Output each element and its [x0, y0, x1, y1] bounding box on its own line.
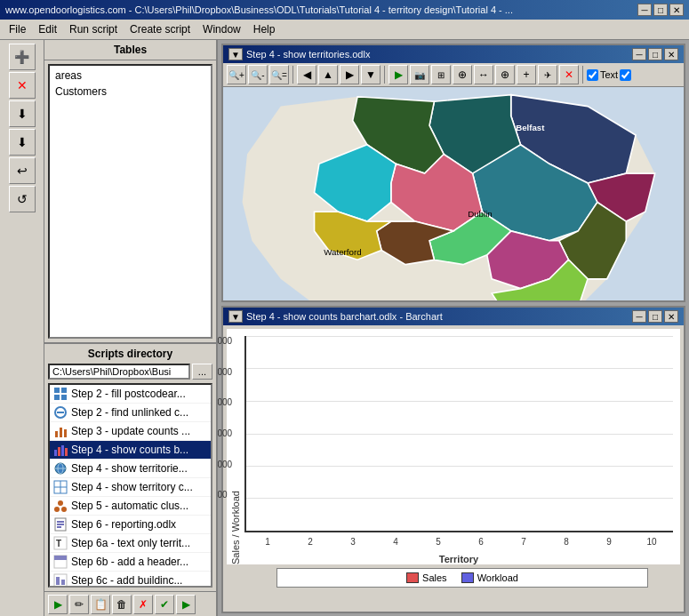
script-item-4[interactable]: Step 4 - show counts b...: [50, 441, 211, 460]
map-left-button[interactable]: ◀: [297, 65, 316, 84]
chart-legend: Sales Workload: [276, 568, 648, 588]
map-screenshot-button[interactable]: 📷: [410, 65, 429, 84]
play-button2[interactable]: ▶: [176, 595, 196, 614]
table-item-customers[interactable]: Customers: [52, 84, 209, 100]
script-label-3: Step 3 - update counts ...: [71, 425, 190, 437]
map-extra-checkbox[interactable]: [620, 69, 631, 81]
map-up-button[interactable]: ▲: [318, 65, 338, 84]
bottom-toolbar: ▶ ✏ 📋 🗑 ✗ ✔ ▶: [44, 591, 216, 616]
map-zoom-fit-button[interactable]: 🔍=: [269, 65, 289, 84]
script-item-9[interactable]: T Step 6a - text only territ...: [50, 534, 211, 553]
script-item-3[interactable]: Step 3 - update counts ...: [50, 422, 211, 441]
chart-minimize-button[interactable]: ─: [632, 310, 646, 323]
map-close-button[interactable]: ✕: [664, 48, 678, 60]
script-item-11[interactable]: Step 6c - add buildinc...: [50, 572, 211, 588]
download2-button[interactable]: ⬇: [9, 129, 36, 156]
map-svg: Belfast Dublin Waterford St...: [223, 87, 684, 300]
undo-button[interactable]: ↩: [9, 157, 36, 184]
map-dropdown-button[interactable]: ▼: [228, 48, 243, 60]
map-nav-button[interactable]: ✈: [538, 65, 557, 84]
script-item-1[interactable]: Step 2 - fill postcodeаr...: [50, 385, 211, 404]
map-minimize-button[interactable]: ─: [632, 48, 646, 60]
menu-help[interactable]: Help: [248, 21, 281, 37]
map-add-button[interactable]: ⊕: [453, 65, 472, 84]
scripts-dir-row: ...: [48, 364, 212, 380]
map-resize-button[interactable]: ↔: [474, 65, 493, 84]
scripts-dir-input[interactable]: [48, 364, 190, 380]
script-label-6: Step 4 - show territory c...: [71, 481, 193, 493]
delete-script-button[interactable]: 🗑: [112, 595, 132, 614]
table-item-areas[interactable]: areas: [52, 68, 209, 84]
menu-edit[interactable]: Edit: [33, 21, 62, 37]
x-label-2: 2: [289, 537, 332, 547]
minimize-button[interactable]: ─: [637, 4, 652, 16]
map-play-button[interactable]: ▶: [389, 65, 408, 84]
menu-window[interactable]: Window: [197, 21, 246, 37]
script-item-5[interactable]: Step 4 - show territorie...: [50, 460, 211, 478]
cancel-button[interactable]: ✗: [133, 595, 153, 614]
map-maximize-button[interactable]: □: [648, 48, 662, 60]
link-icon: [53, 405, 68, 420]
bar-icon: [53, 443, 68, 457]
svg-rect-0: [54, 388, 60, 393]
report-icon: [53, 517, 68, 532]
chart-dropdown-button[interactable]: ▼: [228, 310, 243, 323]
svg-text:Waterford: Waterford: [324, 247, 361, 257]
script-item-2[interactable]: Step 2 - find unlinked c...: [50, 404, 211, 422]
map-right-button[interactable]: ▶: [340, 65, 359, 84]
redo-button[interactable]: ↺: [9, 186, 36, 212]
svg-rect-6: [55, 431, 58, 437]
run-button[interactable]: ▶: [48, 595, 68, 614]
stop2-button[interactable]: 📋: [91, 595, 110, 614]
chart-window-buttons[interactable]: ─ □ ✕: [632, 310, 678, 323]
chart-icon: [53, 424, 68, 438]
chart-maximize-button[interactable]: □: [648, 310, 662, 323]
script-item-6[interactable]: Step 4 - show territory c...: [50, 478, 211, 497]
x-axis-labels: 12345678910: [246, 537, 673, 547]
map-target-button[interactable]: ⊕: [495, 65, 515, 84]
browse-button[interactable]: ...: [192, 364, 212, 380]
script-label-7: Step 5 - automatic clus...: [71, 500, 188, 512]
map-zoom-in-button[interactable]: 🔍+: [227, 65, 246, 84]
map-window-buttons[interactable]: ─ □ ✕: [632, 48, 678, 60]
svg-rect-12: [65, 448, 68, 456]
map-remove-button[interactable]: ✕: [559, 65, 579, 84]
map-window-titlebar: ▼ Step 4 - show territories.odlx ─ □ ✕: [223, 45, 684, 63]
text-label: Text: [600, 69, 618, 80]
script-item-10[interactable]: Step 6b - add a header...: [50, 553, 211, 572]
map-grid-button[interactable]: ⊞: [431, 65, 451, 84]
map-down-button[interactable]: ▼: [361, 65, 381, 84]
title-bar-buttons[interactable]: ─ □ ✕: [637, 4, 684, 16]
menu-run-script[interactable]: Run script: [64, 21, 123, 37]
menu-file[interactable]: File: [4, 21, 31, 37]
download-button[interactable]: ⬇: [9, 100, 36, 127]
legend-sales-color: [406, 572, 419, 583]
delete-button[interactable]: ✕: [9, 72, 36, 99]
x-label-7: 7: [502, 537, 545, 547]
chart-bars-container: [246, 336, 673, 531]
maximize-button[interactable]: □: [653, 4, 668, 16]
chart-window-titlebar: ▼ Step 4 - show counts barchart.odlx - B…: [223, 308, 684, 325]
text-checkbox[interactable]: [587, 69, 598, 81]
stop-button[interactable]: ✏: [69, 595, 89, 614]
globe-icon: [53, 461, 68, 476]
left-panel: Tables areas Customers Scripts directory…: [44, 40, 218, 616]
svg-rect-31: [56, 577, 60, 585]
chart-close-button[interactable]: ✕: [664, 310, 678, 323]
y-label-0: 0: [218, 521, 232, 531]
ok-button[interactable]: ✔: [155, 595, 174, 614]
map-zoom-out-button[interactable]: 🔍-: [248, 65, 268, 84]
y-label-50k: 50,000: [218, 490, 232, 500]
script-item-7[interactable]: Step 5 - automatic clus...: [50, 497, 211, 516]
cluster-icon: [53, 499, 68, 513]
add-button[interactable]: ➕: [9, 44, 36, 70]
menu-create-script[interactable]: Create script: [124, 21, 196, 37]
legend-workload-label: Workload: [477, 572, 518, 583]
chart-x-title: Territory: [244, 554, 673, 564]
close-button[interactable]: ✕: [669, 4, 684, 16]
x-label-1: 1: [246, 537, 289, 547]
map-cross-button[interactable]: +: [517, 65, 536, 84]
x-label-6: 6: [460, 537, 502, 547]
x-label-10: 10: [630, 537, 673, 547]
script-item-8[interactable]: Step 6 - reporting.odlx: [50, 516, 211, 534]
